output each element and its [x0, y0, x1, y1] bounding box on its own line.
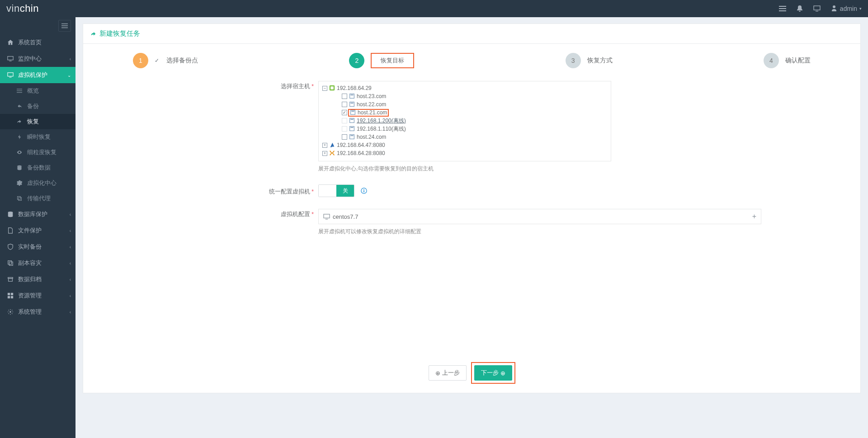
svg-rect-0: [779, 6, 786, 7]
step-number: 1: [133, 53, 148, 68]
prev-button[interactable]: ⊕ 上一步: [429, 365, 467, 381]
expand-icon[interactable]: +: [322, 143, 327, 148]
svg-rect-26: [11, 296, 13, 298]
host-icon: [349, 126, 355, 132]
checkbox[interactable]: [342, 102, 347, 107]
sidebar-item-db-protect[interactable]: 数据库保护‹: [0, 206, 75, 222]
sidebar-item-archive[interactable]: 数据归档‹: [0, 271, 75, 287]
file-icon: [6, 227, 14, 234]
svg-rect-38: [350, 127, 354, 131]
step-3[interactable]: 3 恢复方式: [566, 53, 613, 68]
svg-rect-35: [351, 111, 354, 112]
tree-node-host[interactable]: host.23.com: [322, 92, 607, 100]
sidebar-item-label: 数据库保护: [18, 210, 47, 218]
tree-node-host[interactable]: host.22.com: [322, 100, 607, 108]
vm-name: centos7.7: [333, 213, 358, 220]
sidebar-sub-backup-data[interactable]: 备份数据: [0, 160, 75, 175]
sidebar-item-label: 文件保护: [18, 226, 42, 235]
toggle-on-side: 关: [336, 185, 354, 197]
tree-node-host-selected[interactable]: ✓ host.21.com: [322, 108, 607, 117]
svg-rect-46: [326, 219, 328, 219]
svg-rect-16: [18, 197, 21, 200]
plus-icon[interactable]: +: [752, 212, 756, 221]
sidebar-item-file-protect[interactable]: 文件保护‹: [0, 222, 75, 239]
sidebar-toggle[interactable]: [58, 20, 71, 32]
next-button[interactable]: 下一步 ⊕: [474, 365, 512, 381]
tree-node-root[interactable]: + 192.168.64.28:8080: [322, 149, 607, 157]
grid-icon: [6, 292, 14, 299]
tree-node-label[interactable]: host.22.com: [357, 100, 386, 108]
checkbox[interactable]: [342, 94, 347, 99]
tree-node-host-offline[interactable]: 192.168.1.200(离线): [322, 117, 607, 125]
sidebar-sub-instant[interactable]: 瞬时恢复: [0, 129, 75, 145]
tree-node-root[interactable]: + 192.168.64.47:8080: [322, 141, 607, 149]
tree-line: [333, 135, 338, 140]
wizard-panel: 新建恢复任务 1 ✓ 选择备份点 2 恢复目标 3 恢复方式 4: [83, 24, 861, 393]
sidebar-sub-agent[interactable]: 传输代理: [0, 191, 75, 206]
vm-config-select[interactable]: centos7.7 +: [318, 209, 761, 224]
step-4[interactable]: 4 确认配置: [764, 53, 811, 68]
step-1[interactable]: 1 ✓ 选择备份点: [133, 53, 198, 68]
sidebar-sub-label: 恢复: [27, 118, 39, 126]
checkbox[interactable]: [342, 134, 347, 140]
tree-node-label[interactable]: 192.168.64.28:8080: [337, 149, 385, 157]
tree-node-label[interactable]: 192.168.64.47:8080: [337, 141, 385, 149]
sidebar-sub-virt-center[interactable]: 虚拟化中心: [0, 175, 75, 191]
monitor-icon: [6, 56, 14, 62]
svg-rect-29: [330, 86, 334, 89]
sidebar-item-home[interactable]: 系统首页: [0, 34, 75, 51]
checkbox-disabled: [342, 118, 347, 123]
step-2[interactable]: 2 恢复目标: [349, 53, 414, 68]
sidebar-sub-granular[interactable]: 细粒度恢复: [0, 145, 75, 160]
sidebar-item-monitor[interactable]: 监控中心 ‹: [0, 51, 75, 67]
tree-line: [333, 94, 338, 99]
sidebar-item-label: 虚拟机保护: [18, 71, 47, 79]
bell-icon[interactable]: [796, 5, 803, 12]
datacenter-icon: [329, 85, 335, 91]
sidebar-item-vm-protect[interactable]: 虚拟机保护 ⌄: [0, 67, 75, 83]
tree-node-label[interactable]: host.24.com: [357, 133, 386, 141]
tree-node-label[interactable]: 192.168.64.29: [337, 84, 372, 92]
svg-rect-20: [9, 262, 13, 265]
sidebar-item-label: 资源管理: [18, 292, 42, 300]
expand-icon[interactable]: +: [322, 151, 327, 156]
svg-point-27: [9, 311, 11, 313]
tree-node-label[interactable]: host.21.com: [358, 108, 387, 117]
tree-node-label[interactable]: host.23.com: [357, 92, 386, 100]
share-icon: [15, 104, 24, 109]
sidebar-sub-label: 细粒度恢复: [27, 148, 57, 156]
sidebar-item-resource[interactable]: 资源管理‹: [0, 287, 75, 304]
user-name: admin: [840, 5, 857, 12]
sidebar-sub-backup[interactable]: 备份: [0, 99, 75, 114]
info-icon[interactable]: [361, 188, 367, 194]
host-icon: [350, 109, 356, 116]
sidebar-sub-restore[interactable]: 恢复: [0, 114, 75, 129]
gear-icon: [15, 180, 24, 186]
checkbox-disabled: [342, 126, 347, 132]
list-icon[interactable]: [779, 5, 786, 12]
svg-rect-9: [9, 61, 11, 61]
flash-icon: [15, 134, 24, 140]
svg-rect-19: [8, 261, 12, 264]
svg-rect-43: [363, 190, 364, 192]
sidebar-item-realtime[interactable]: 实时备份‹: [0, 239, 75, 255]
user-menu[interactable]: admin ▾: [830, 5, 862, 12]
chevron-left-icon: ‹: [70, 212, 71, 217]
sidebar-item-system[interactable]: 系统管理‹: [0, 304, 75, 320]
svg-rect-6: [61, 25, 68, 26]
tree-node-host[interactable]: host.24.com: [322, 133, 607, 141]
monitor-icon[interactable]: [813, 5, 821, 12]
checkbox-checked[interactable]: ✓: [342, 110, 347, 115]
sidebar-sub-overview[interactable]: 概览: [0, 83, 75, 99]
prev-button-label: 上一步: [442, 369, 460, 377]
chevron-down-icon: ▾: [859, 6, 862, 11]
tree-node-label[interactable]: 192.168.1.110(离线): [357, 125, 406, 133]
tree-node-label[interactable]: 192.168.1.200(离线): [357, 117, 406, 125]
tree-line: [333, 118, 338, 123]
tree-node-host-offline[interactable]: 192.168.1.110(离线): [322, 125, 607, 133]
svg-rect-39: [350, 127, 354, 128]
unified-cfg-toggle[interactable]: 关: [318, 184, 354, 197]
sidebar-item-replica[interactable]: 副本容灾‹: [0, 255, 75, 271]
collapse-icon[interactable]: −: [322, 86, 327, 91]
tree-node-root[interactable]: − 192.168.64.29: [322, 84, 607, 92]
